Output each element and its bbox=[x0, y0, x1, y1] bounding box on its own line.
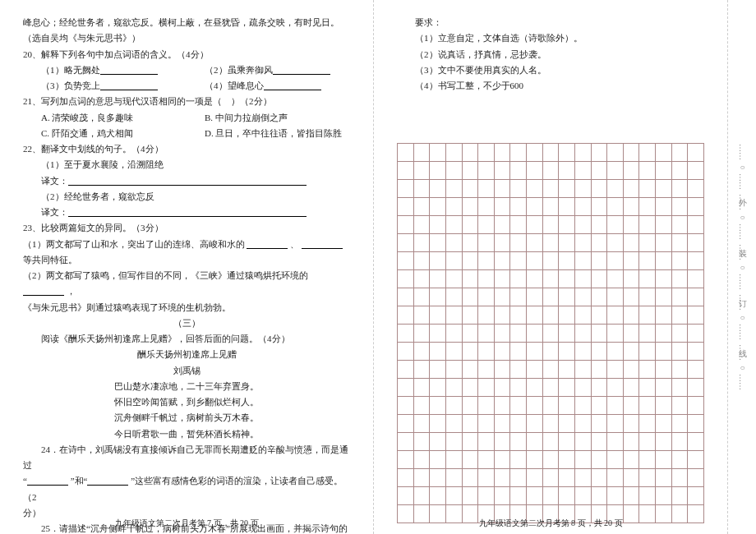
q23a2: 、 bbox=[290, 239, 299, 249]
grid-cell bbox=[510, 397, 527, 415]
grid-cell bbox=[623, 234, 639, 252]
r2: （2）说真话，抒真情，忌抄袭。 bbox=[397, 47, 704, 62]
grid-cell bbox=[510, 415, 527, 433]
grid-cell bbox=[656, 198, 672, 216]
grid-cell bbox=[591, 270, 607, 288]
grid-cell bbox=[430, 270, 446, 288]
grid-cell bbox=[413, 487, 430, 505]
grid-cell bbox=[574, 180, 591, 198]
grid-cell bbox=[510, 288, 527, 306]
grid-cell bbox=[639, 270, 656, 288]
grid-cell bbox=[542, 180, 559, 198]
grid-cell bbox=[623, 270, 639, 288]
grid-cell bbox=[656, 180, 672, 198]
grid-cell bbox=[671, 306, 688, 325]
grid-cell bbox=[494, 415, 510, 433]
poem-2: 怀旧空吟闻笛赋，到乡翻似烂柯人。 bbox=[23, 394, 350, 410]
q20-row1: （1）略无阙处 （2）虽乘奔御风 bbox=[23, 62, 350, 78]
grid-cell bbox=[591, 451, 607, 469]
grid-cell bbox=[623, 216, 639, 234]
grid-cell bbox=[656, 397, 672, 415]
grid-cell bbox=[671, 451, 688, 469]
grid-cell bbox=[607, 415, 624, 433]
grid-cell bbox=[671, 361, 688, 379]
grid-cell bbox=[398, 180, 414, 198]
q22a: （1）至于夏水襄陵，沿溯阻绝 bbox=[23, 157, 350, 173]
poem-title: 酬乐天扬州初逢席上见赠 bbox=[23, 347, 350, 362]
grid-cell bbox=[462, 415, 478, 433]
grid-cell bbox=[494, 379, 510, 397]
q24: 24．在诗中，刘禹锡没有直接倾诉自己无罪而长期遭贬的辛酸与愤懑，而是通过 bbox=[23, 442, 350, 474]
grid-cell bbox=[607, 234, 624, 252]
grid-cell bbox=[688, 162, 704, 180]
grid-cell bbox=[559, 234, 575, 252]
grid-cell bbox=[542, 288, 559, 306]
grid-cell bbox=[430, 487, 446, 505]
r4: （4）书写工整，不少于600 bbox=[397, 78, 704, 94]
q23c: 《与朱元思书》则通过猿鸣表现了环境的生机勃勃。 bbox=[23, 300, 350, 315]
grid-cell bbox=[559, 379, 575, 397]
grid-cell bbox=[398, 415, 414, 433]
grid-cell bbox=[671, 487, 688, 505]
grid-cell bbox=[445, 144, 462, 162]
grid-cell bbox=[607, 288, 624, 306]
grid-cell bbox=[671, 379, 688, 397]
grid-cell bbox=[398, 433, 414, 451]
grid-cell bbox=[591, 144, 607, 162]
grid-cell bbox=[542, 252, 559, 270]
grid-cell bbox=[494, 451, 510, 469]
grid-cell bbox=[574, 343, 591, 361]
grid-cell bbox=[413, 252, 430, 270]
grid-cell bbox=[494, 216, 510, 234]
grid-cell bbox=[559, 469, 575, 487]
grid-cell bbox=[510, 162, 527, 180]
grid-cell bbox=[510, 451, 527, 469]
grid-cell bbox=[478, 361, 495, 379]
grid-cell bbox=[574, 252, 591, 270]
grid-cell bbox=[591, 361, 607, 379]
grid-cell bbox=[478, 252, 495, 270]
grid-cell bbox=[671, 469, 688, 487]
grid-cell bbox=[671, 252, 688, 270]
grid-cell bbox=[542, 397, 559, 415]
answer-grid bbox=[397, 143, 704, 523]
grid-cell bbox=[510, 198, 527, 216]
section-3: （三） bbox=[23, 315, 350, 331]
yiwen-a: 译文： bbox=[41, 176, 68, 186]
grid-cell bbox=[639, 180, 656, 198]
grid-cell bbox=[478, 415, 495, 433]
q23: 23、比较两篇短文的异同。（3分） bbox=[23, 220, 350, 236]
grid-cell bbox=[527, 451, 543, 469]
blank bbox=[100, 81, 158, 90]
grid-cell bbox=[591, 415, 607, 433]
grid-cell bbox=[591, 234, 607, 252]
grid-cell bbox=[445, 270, 462, 288]
grid-cell bbox=[623, 451, 639, 469]
grid-cell bbox=[591, 469, 607, 487]
side-text: …… ○ …… 外 …… ○ …… 装 …… ○ …… 订 …… ○ …… 线 … bbox=[736, 144, 748, 390]
grid-cell bbox=[688, 325, 704, 343]
blank bbox=[23, 287, 64, 296]
grid-cell bbox=[445, 379, 462, 397]
q21-row2: C. 阡陌交通，鸡犬相闻 D. 旦日，卒中往往语，皆指目陈胜 bbox=[23, 126, 350, 141]
grid-cell bbox=[671, 198, 688, 216]
grid-cell bbox=[656, 451, 672, 469]
grid-cell bbox=[430, 379, 446, 397]
grid-cell bbox=[574, 487, 591, 505]
grid-cell bbox=[527, 325, 543, 343]
grid-cell bbox=[639, 216, 656, 234]
grid-cell bbox=[494, 234, 510, 252]
grid-cell bbox=[574, 469, 591, 487]
q22b: （2）经纶世务者，窥欲忘反 bbox=[23, 189, 350, 205]
grid-cell bbox=[527, 487, 543, 505]
grid-cell bbox=[510, 216, 527, 234]
q21: 21、写列加点词的意思与现代汉语相同的一项是（ ）（2分） bbox=[23, 94, 350, 109]
grid-cell bbox=[462, 234, 478, 252]
grid-cell bbox=[688, 180, 704, 198]
poem-3: 沉舟侧畔千帆过，病树前头万木春。 bbox=[23, 410, 350, 426]
binding-marks: …… ○ …… 外 …… ○ …… 装 …… ○ …… 订 …… ○ …… 线 … bbox=[727, 0, 756, 534]
grid-cell bbox=[542, 379, 559, 397]
grid-cell bbox=[559, 343, 575, 361]
grid-cell bbox=[574, 433, 591, 451]
grid-cell bbox=[656, 325, 672, 343]
